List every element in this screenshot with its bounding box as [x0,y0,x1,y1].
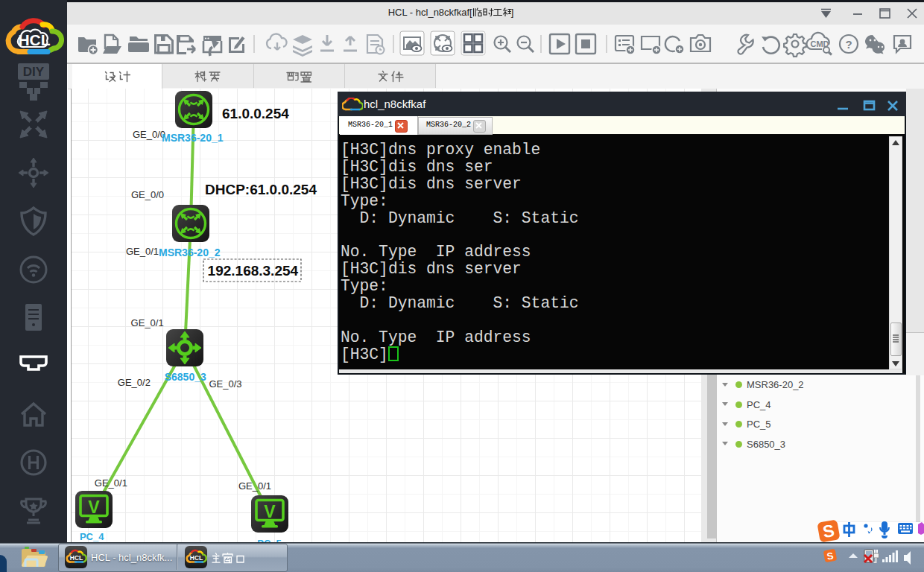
svg-text:192.168.3.254: 192.168.3.254 [208,263,299,279]
svg-text:PC_4: PC_4 [80,531,104,542]
svg-text:GE_0/3: GE_0/3 [209,378,242,390]
svg-text:S6850_3: S6850_3 [165,371,206,383]
svg-text:GE_0/1: GE_0/1 [126,246,159,257]
svg-text:DIY: DIY [23,65,45,79]
svg-text:MSR36-20_1: MSR36-20_1 [162,132,224,144]
svg-text:HCL: HCL [190,554,203,562]
svg-text:61.0.0.254: 61.0.0.254 [222,106,289,121]
svg-text:GE_0/1: GE_0/1 [95,477,127,489]
svg-text:GE_0/0: GE_0/0 [133,129,165,140]
svg-text:GE_0/1: GE_0/1 [131,317,164,328]
svg-text:MSR36-20_2: MSR36-20_2 [159,247,221,258]
svg-text:GE_0/2: GE_0/2 [118,377,151,388]
svg-text:GE_0/0: GE_0/0 [131,189,164,200]
svg-text:HCL: HCL [70,554,83,562]
svg-text:?: ? [845,38,852,51]
svg-text:GE_0/1: GE_0/1 [238,480,271,492]
svg-text:HCL: HCL [18,31,50,48]
svg-text:DHCP:61.0.0.254: DHCP:61.0.0.254 [205,182,317,197]
